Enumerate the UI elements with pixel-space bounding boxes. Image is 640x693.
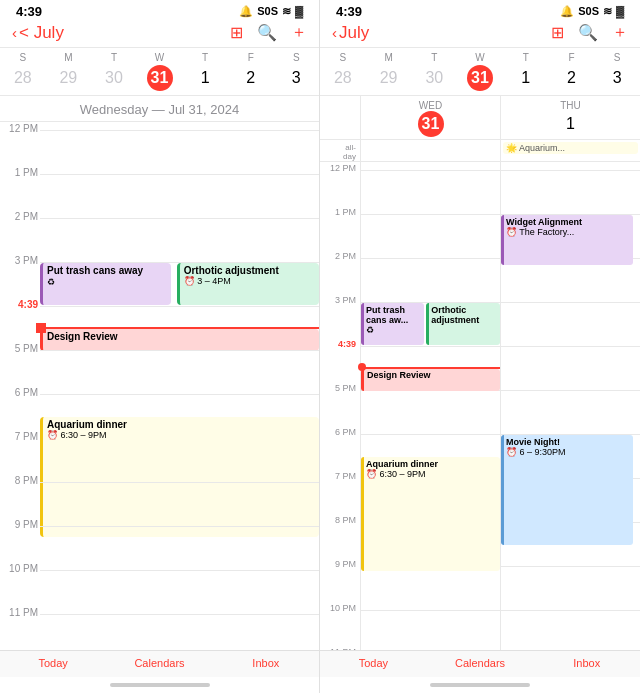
slot-5pm-left: 5 PM (40, 350, 319, 394)
grid-icon-right[interactable]: ⊞ (551, 23, 564, 42)
sos-label: S0S (257, 5, 278, 17)
event-aquarium-title-right: Aquarium dinner (366, 459, 498, 469)
event-design-right[interactable]: Design Review (361, 369, 500, 391)
all-day-col-thu[interactable]: 🌟 Aquarium... (500, 140, 640, 161)
label-1pm-left: 1 PM (2, 167, 38, 178)
split-day-head-thu[interactable]: Thu 1 (500, 96, 640, 139)
event-aquarium-title-left: Aquarium dinner (47, 419, 315, 430)
split-wed-name: Wed (361, 100, 500, 111)
day-col-wed-left[interactable]: W 31 (137, 52, 183, 91)
event-trash-title-left: Put trash cans away (47, 265, 167, 276)
day-col-sun-left[interactable]: S 28 (0, 52, 46, 91)
header-left-right[interactable]: ‹ July (332, 23, 369, 43)
day-col-mon-left[interactable]: M 29 (46, 52, 92, 91)
tab-inbox-right[interactable]: Inbox (533, 657, 640, 669)
event-movie-right[interactable]: Movie Night! ⏰ 6 – 9:30PM (501, 435, 633, 545)
split-timeline[interactable]: 12 PM 1 PM 2 PM 3 PM 4:39 5 PM 6 PM 7 PM (320, 162, 640, 650)
day-col-thu-right[interactable]: T 1 (503, 52, 549, 91)
search-icon-left[interactable]: 🔍 (257, 23, 277, 42)
event-trash-right[interactable]: Put trash cans aw... ♻ (361, 303, 424, 345)
tab-calendars-left[interactable]: Calendars (106, 657, 212, 669)
day-col-thu-left[interactable]: T 1 (182, 52, 228, 91)
home-bar-left (110, 683, 210, 687)
grid-icon-left[interactable]: ⊞ (230, 23, 243, 42)
label-12pm-left: 12 PM (2, 123, 38, 134)
search-icon-right[interactable]: 🔍 (578, 23, 598, 42)
thu-slot-12pm (501, 170, 640, 214)
current-time-dot-right (358, 363, 366, 371)
day-col-mon-right[interactable]: M 29 (366, 52, 412, 91)
month-label-right[interactable]: July (339, 23, 369, 43)
day-col-sat-right[interactable]: S 3 (594, 52, 640, 91)
week-row-right: S 28 M 29 T 30 W 31 T 1 F 2 S 3 (320, 48, 640, 96)
header-left[interactable]: ‹ < July (12, 23, 64, 43)
plus-icon-left[interactable]: ＋ (291, 22, 307, 43)
tab-inbox-left[interactable]: Inbox (213, 657, 319, 669)
day-col-tue-left[interactable]: T 30 (91, 52, 137, 91)
back-arrow-left[interactable]: ‹ (12, 24, 17, 41)
status-time-right: 4:39 (336, 4, 362, 19)
slot-10pm-left: 10 PM (40, 570, 319, 614)
event-orthotic-right[interactable]: Orthotic adjustment (426, 303, 500, 345)
split-label-6pm: 6 PM (335, 427, 356, 437)
split-label-8pm: 8 PM (335, 515, 356, 525)
label-5pm-left: 5 PM (2, 343, 38, 354)
split-thu-name: Thu (501, 100, 640, 111)
split-thu-num: 1 (558, 111, 584, 137)
header-icons-left: ⊞ 🔍 ＋ (230, 22, 307, 43)
event-trash-left[interactable]: Put trash cans away ♻ (40, 263, 171, 305)
wed-slot-12pm (361, 170, 500, 214)
back-arrow-right[interactable]: ‹ (332, 24, 337, 41)
day-col-sun-right[interactable]: S 28 (320, 52, 366, 91)
event-design-left[interactable]: Design Review (40, 329, 319, 351)
event-orthotic-title-left: Orthotic adjustment (184, 265, 315, 276)
wifi-icon: ≋ (282, 5, 291, 18)
day-num-1-left: 1 (192, 65, 218, 91)
slot-2pm-left: 2 PM (40, 218, 319, 262)
thu-slot-10pm (501, 610, 640, 650)
slot-1pm-left: 1 PM (40, 174, 319, 218)
day-col-sat-left[interactable]: S 3 (273, 52, 319, 91)
aquarium-icon: 🌟 (506, 143, 517, 153)
plus-icon-right[interactable]: ＋ (612, 22, 628, 43)
day-col-fri-left[interactable]: F 2 (228, 52, 274, 91)
split-slot-10pm: 10 PM (320, 610, 360, 650)
split-label-3pm: 3 PM (335, 295, 356, 305)
status-icons-left: 🔔 S0S ≋ ▓ (239, 5, 303, 18)
event-aquarium-allday[interactable]: 🌟 Aquarium... (503, 142, 638, 154)
split-col-wed: Put trash cans aw... ♻ Orthotic adjustme… (360, 162, 500, 650)
wed-slot-10pm (361, 610, 500, 650)
split-col-thu: Widget Alignment ⏰ The Factory... Movie … (500, 162, 640, 650)
home-bar-right (430, 683, 530, 687)
thu-slot-6pm: Movie Night! ⏰ 6 – 9:30PM (501, 434, 640, 478)
day-col-wed-right[interactable]: W 31 (457, 52, 503, 91)
event-aquarium-right[interactable]: Aquarium dinner ⏰ 6:30 – 9PM (361, 457, 500, 571)
day-num-28-left: 28 (10, 65, 36, 91)
split-header-spacer (320, 96, 360, 139)
day-col-tue-right[interactable]: T 30 (411, 52, 457, 91)
split-day-head-wed[interactable]: Wed 31 (360, 96, 500, 139)
label-3pm-left: 3 PM (2, 255, 38, 266)
split-wed-num: 31 (418, 111, 444, 137)
timeline-left[interactable]: 12 PM 1 PM 2 PM 3 PM Put trash cans away… (0, 122, 319, 650)
split-label-5pm: 5 PM (335, 383, 356, 393)
tab-calendars-right[interactable]: Calendars (427, 657, 534, 669)
label-2pm-left: 2 PM (2, 211, 38, 222)
day-name-tue-left: T (111, 52, 117, 63)
event-orthotic-left[interactable]: Orthotic adjustment ⏰ 3 – 4PM (177, 263, 319, 305)
day-col-fri-right[interactable]: F 2 (549, 52, 595, 91)
split-label-2pm: 2 PM (335, 251, 356, 261)
tab-today-left[interactable]: Today (0, 657, 106, 669)
tab-today-right[interactable]: Today (320, 657, 427, 669)
split-time-col: 12 PM 1 PM 2 PM 3 PM 4:39 5 PM 6 PM 7 PM (320, 162, 360, 650)
month-label-left[interactable]: < July (19, 23, 64, 43)
event-orthotic-time-left: ⏰ 3 – 4PM (184, 276, 315, 286)
day-name-fri-left: F (248, 52, 254, 63)
current-time-dot-left (36, 323, 46, 333)
date-header-left: Wednesday — Jul 31, 2024 (0, 96, 319, 122)
event-aquarium-time-right: ⏰ 6:30 – 9PM (366, 469, 498, 479)
right-screen: 4:39 🔔 S0S ≋ ▓ ‹ July ⊞ 🔍 ＋ S 28 M 29 T (320, 0, 640, 693)
wed-slot-9pm (361, 566, 500, 610)
event-widget-right[interactable]: Widget Alignment ⏰ The Factory... (501, 215, 633, 265)
event-orthotic-title-right: Orthotic adjustment (431, 305, 498, 325)
